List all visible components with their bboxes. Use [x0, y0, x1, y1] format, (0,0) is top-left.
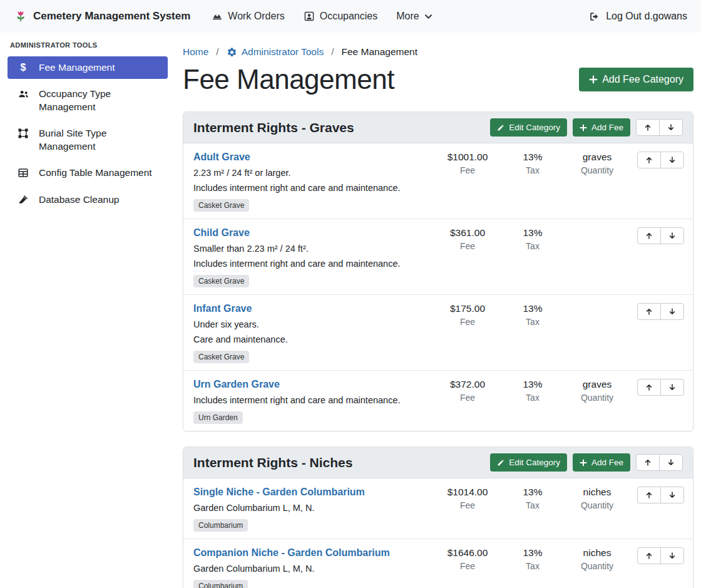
- fee-amount-label: Fee: [434, 317, 501, 327]
- fee-amount-label: Fee: [434, 500, 501, 510]
- move-fee-down-button[interactable]: [660, 303, 684, 320]
- sidebar-item-label: Occupancy Type Management: [39, 88, 161, 113]
- move-fee-up-button[interactable]: [637, 227, 661, 244]
- nav-occupancies[interactable]: Occupancies: [304, 11, 378, 22]
- table-icon: [16, 167, 30, 178]
- fee-tax: 13%: [501, 547, 564, 559]
- fee-name-link[interactable]: Companion Niche - Garden Columbarium: [193, 547, 390, 559]
- edit-category-button[interactable]: Edit Category: [490, 453, 567, 472]
- fee-tax-label: Tax: [501, 561, 564, 571]
- edit-category-label: Edit Category: [509, 123, 560, 132]
- add-fee-label: Add Fee: [591, 123, 623, 132]
- main-nav: Work Orders Occupancies More: [212, 11, 432, 22]
- breadcrumb-home-link[interactable]: Home: [183, 46, 208, 58]
- top-navbar: Cemetery Management System Work Orders O…: [0, 0, 701, 33]
- sidebar-item-config-table-management[interactable]: Config Table Management: [8, 162, 168, 184]
- nav-more[interactable]: More: [396, 11, 432, 22]
- fee-row: Child Grave Smaller than 2.23 m² / 24 ft…: [183, 219, 693, 295]
- fee-amount-label: Fee: [434, 165, 501, 175]
- categories: Interment Rights - Graves Edit Category …: [183, 111, 693, 588]
- fee-amount-label: Fee: [434, 561, 501, 571]
- arrow-down-icon: [668, 383, 676, 391]
- fee-description: 2.23 m² / 24 ft² or larger.: [193, 168, 427, 178]
- fee-tax-label: Tax: [501, 165, 564, 175]
- fee-tax-column: 13% Tax: [501, 547, 564, 571]
- move-fee-up-button[interactable]: [637, 303, 661, 320]
- breadcrumb-admin-tools-link[interactable]: Administrator Tools: [227, 46, 324, 58]
- move-fee-up-button[interactable]: [637, 547, 661, 564]
- page-title: Fee Management: [183, 64, 394, 95]
- fee-description: Smaller than 2.23 m² / 24 ft².: [193, 244, 427, 254]
- arrow-up-icon: [645, 491, 653, 499]
- move-category-up-button[interactable]: [636, 119, 660, 136]
- nav-occupancies-label: Occupancies: [320, 11, 378, 22]
- tulip-logo-icon: [14, 9, 28, 23]
- arrow-up-icon: [645, 383, 653, 391]
- move-fee-down-button[interactable]: [660, 487, 684, 503]
- add-fee-category-button[interactable]: Add Fee Category: [579, 68, 693, 91]
- sidebar-item-occupancy-type-management[interactable]: Occupancy Type Management: [8, 83, 168, 118]
- move-fee-up-button[interactable]: [637, 487, 661, 503]
- fee-amount: $1001.00: [434, 152, 501, 163]
- fee-category-header: Interment Rights - Niches Edit Category …: [183, 447, 693, 478]
- nav-more-label: More: [396, 11, 419, 22]
- fee-tax-label: Tax: [501, 241, 564, 251]
- fee-quantity: graves: [564, 379, 630, 390]
- fee-info: Adult Grave 2.23 m² / 24 ft² or larger.I…: [193, 152, 434, 212]
- move-fee-down-button[interactable]: [660, 379, 684, 396]
- category-reorder-group: [636, 119, 683, 136]
- fee-reorder-group: [630, 227, 684, 244]
- fee-name-link[interactable]: Adult Grave: [193, 152, 250, 163]
- fee-description: Includes interment right and care and ma…: [193, 259, 427, 269]
- breadcrumb-admin-tools-label: Administrator Tools: [242, 46, 324, 58]
- fee-tax: 13%: [501, 379, 564, 390]
- move-category-up-button[interactable]: [636, 454, 660, 471]
- fee-row: Adult Grave 2.23 m² / 24 ft² or larger.I…: [183, 143, 693, 219]
- page-header: Fee Management Add Fee Category: [183, 64, 693, 95]
- fee-type-badge: Casket Grave: [193, 275, 249, 287]
- sidebar-item-database-cleanup[interactable]: Database Cleanup: [8, 188, 168, 211]
- sidebar-item-label: Config Table Management: [39, 167, 152, 179]
- nav-work-orders[interactable]: Work Orders: [212, 11, 284, 22]
- move-fee-down-button[interactable]: [660, 152, 684, 168]
- fee-quantity-label: Quantity: [564, 500, 630, 510]
- fee-info: Urn Garden Grave Includes interment righ…: [193, 379, 434, 424]
- plus-icon: [589, 75, 598, 84]
- app-brand[interactable]: Cemetery Management System: [14, 9, 190, 23]
- fee-reorder-group: [630, 303, 684, 320]
- move-fee-up-button[interactable]: [637, 152, 661, 168]
- move-category-down-button[interactable]: [659, 454, 683, 471]
- edit-category-button[interactable]: Edit Category: [490, 118, 567, 137]
- fee-description: Includes interment right and care and ma…: [193, 183, 427, 193]
- hard-hat-icon: [212, 11, 223, 22]
- add-fee-button[interactable]: Add Fee: [573, 453, 630, 472]
- fee-category-card: Interment Rights - Graves Edit Category …: [183, 111, 693, 431]
- fee-info: Child Grave Smaller than 2.23 m² / 24 ft…: [193, 227, 434, 287]
- fee-descriptions: Smaller than 2.23 m² / 24 ft².Includes i…: [193, 244, 427, 269]
- plus-icon: [580, 124, 587, 132]
- fee-name-link[interactable]: Child Grave: [193, 227, 250, 239]
- broom-icon: [16, 194, 30, 205]
- fee-tax: 13%: [501, 487, 564, 498]
- fee-name-link[interactable]: Single Niche - Garden Columbarium: [193, 487, 365, 498]
- add-fee-button[interactable]: Add Fee: [573, 118, 630, 137]
- sidebar-item-burial-site-type-management[interactable]: Burial Site Type Management: [8, 122, 168, 158]
- fee-name-link[interactable]: Infant Grave: [193, 303, 252, 314]
- app-title: Cemetery Management System: [33, 10, 190, 23]
- move-category-down-button[interactable]: [659, 119, 683, 136]
- move-fee-up-button[interactable]: [637, 379, 661, 396]
- plus-icon: [580, 459, 587, 467]
- breadcrumb-separator: /: [216, 46, 218, 58]
- fee-tax-label: Tax: [501, 393, 564, 403]
- fee-row: Infant Grave Under six years.Care and ma…: [183, 295, 693, 371]
- fee-description: Garden Columbarium L, M, N.: [193, 564, 427, 574]
- move-fee-down-button[interactable]: [660, 227, 684, 244]
- arrow-up-icon: [645, 232, 653, 240]
- logout-link[interactable]: Log Out d.gowans: [588, 11, 687, 23]
- move-fee-down-button[interactable]: [660, 547, 684, 564]
- fee-name-link[interactable]: Urn Garden Grave: [193, 379, 280, 390]
- arrow-down-icon: [668, 552, 676, 560]
- fee-quantity-column: niches Quantity: [564, 547, 630, 571]
- sidebar-item-fee-management[interactable]: $ Fee Management: [8, 56, 168, 79]
- fee-amount-column: $372.00 Fee: [434, 379, 501, 403]
